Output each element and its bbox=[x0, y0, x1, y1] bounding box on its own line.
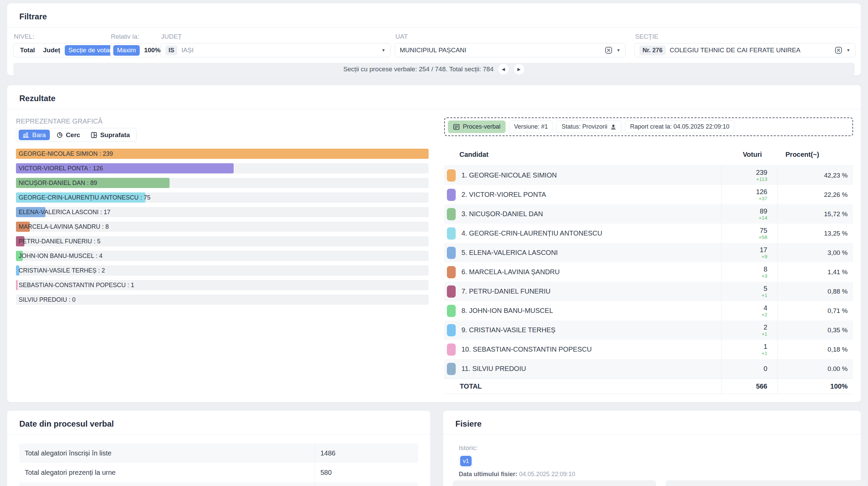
judet-filter: JUDEȚ IS IAȘI ▼ bbox=[160, 33, 395, 57]
percent-cell: 0,71 % bbox=[777, 301, 853, 320]
chart-bar-label: CRISTIAN-VASILE TERHEȘ : 2 bbox=[19, 265, 105, 276]
pv-table: Total alegatori înscriși în liste 1486 T… bbox=[19, 444, 418, 486]
uat-clear-button[interactable] bbox=[605, 46, 612, 54]
tab-bara[interactable]: Bara bbox=[19, 130, 50, 140]
pv-row-label: Prezenta bbox=[19, 482, 315, 486]
percent-cell: 1,41 % bbox=[777, 262, 853, 282]
pv-row: Total alegatori înscriși în liste 1486 bbox=[19, 444, 418, 463]
chart-bar-label: GEORGE-CRIN-LAURENȚIU ANTONESCU : 75 bbox=[19, 192, 151, 203]
pv-data-card: Date din procesul verbal Total alegatori… bbox=[7, 411, 430, 486]
votes-cell: 0 bbox=[721, 359, 777, 378]
versiune-chip[interactable]: Versiune: #1 bbox=[509, 120, 553, 133]
candidate-color-chip bbox=[447, 247, 456, 259]
relativ-option-maxim[interactable]: Maxim bbox=[113, 45, 140, 56]
chart-bar-label: JOHN-ION BANU-MUSCEL : 4 bbox=[19, 251, 102, 261]
votes-delta: +2 bbox=[762, 312, 767, 317]
candidate-cell: 8. JOHN-ION BANU-MUSCEL bbox=[444, 301, 721, 320]
pv-card-title: Date din procesul verbal bbox=[7, 411, 430, 434]
chart-bar bbox=[16, 280, 18, 290]
version-v1-button[interactable]: v1 bbox=[460, 456, 472, 466]
tab-suprafata[interactable]: Suprafata bbox=[87, 130, 134, 140]
votes-delta: +3 bbox=[762, 273, 767, 279]
votes-value: 5 bbox=[764, 285, 767, 293]
uat-select[interactable]: MUNICIPIUL PAȘCANI ▼ bbox=[395, 43, 626, 57]
candidate-row: 4. GEORGE-CRIN-LAURENȚIU ANTONESCU75+581… bbox=[444, 224, 853, 243]
votes-value: 4 bbox=[764, 304, 767, 312]
chevron-down-icon[interactable]: ▼ bbox=[846, 48, 850, 53]
status-label: Status: Provizorii bbox=[561, 123, 607, 130]
file-card: PDF pv_sv_is_276_prsd_photo_t_20250504_2… bbox=[666, 480, 867, 486]
percent-cell: 13,25 % bbox=[777, 224, 853, 243]
votes-value: 8 bbox=[764, 265, 767, 273]
candidate-row: 9. CRISTIAN-VASILE TERHEȘ2+10,35 % bbox=[444, 320, 853, 340]
judet-value: IAȘI bbox=[181, 46, 194, 54]
prev-section-button[interactable]: ◀ bbox=[498, 63, 509, 75]
votes-delta: +14 bbox=[759, 215, 767, 221]
percent-cell: 0,18 % bbox=[777, 340, 853, 359]
results-table-body: 1. GEORGE-NICOLAE SIMION239+11342,23 %2.… bbox=[444, 166, 853, 378]
nivel-option-judet[interactable]: Județ bbox=[39, 45, 64, 56]
tab-cerc[interactable]: Cerc bbox=[53, 130, 84, 140]
percent-cell: 42,23 % bbox=[777, 166, 853, 185]
chart-bar-track: SEBASTIAN-CONSTANTIN POPESCU : 1 bbox=[16, 280, 429, 290]
history-label: Istoric: bbox=[459, 444, 856, 452]
votes-cell: 239+113 bbox=[721, 166, 777, 185]
nivel-option-total[interactable]: Total bbox=[16, 45, 39, 56]
chart-bar-track: GEORGE-CRIN-LAURENȚIU ANTONESCU : 75 bbox=[16, 192, 429, 203]
last-file-label: Data ultimului fisier: bbox=[459, 471, 517, 478]
files-card-title: Fisiere bbox=[443, 411, 861, 434]
results-table-header: Candidat Voturi Procent(~) bbox=[444, 144, 853, 166]
pv-row-label: Total alegatori prezenți la urne bbox=[19, 463, 315, 482]
candidate-name: 7. PETRU-DANIEL FUNERIU bbox=[461, 287, 551, 295]
sectie-label: SECȚIE bbox=[635, 33, 855, 40]
candidate-row: 5. ELENA-VALERICA LASCONI17+93,00 % bbox=[444, 243, 853, 262]
pv-row-value: 580 bbox=[315, 463, 418, 482]
chevron-down-icon[interactable]: ▼ bbox=[381, 48, 386, 53]
chart-bar-track: ELENA-VALERICA LASCONI : 17 bbox=[16, 207, 429, 217]
chart-bar-label: ELENA-VALERICA LASCONI : 17 bbox=[19, 207, 111, 217]
candidate-name: 10. SEBASTIAN-CONSTANTIN POPESCU bbox=[461, 345, 592, 353]
candidate-color-chip bbox=[447, 324, 456, 336]
votes-value: 0 bbox=[764, 365, 767, 373]
candidate-color-chip bbox=[447, 169, 456, 182]
tab-bara-label: Bara bbox=[32, 131, 46, 139]
chart-type-tabs: Bara Cerc Suprafata bbox=[16, 128, 137, 142]
pie-chart-icon bbox=[57, 132, 63, 138]
clear-icon bbox=[605, 46, 612, 54]
candidate-name: 5. ELENA-VALERICA LASCONI bbox=[461, 249, 558, 257]
sectie-select[interactable]: Nr. 276 COLEGIU TEHNIC DE CAI FERATE UNI… bbox=[634, 43, 855, 57]
files-card: Fisiere Istoric: v1 Data ultimului fisie… bbox=[443, 411, 861, 486]
stamp-icon bbox=[610, 124, 616, 130]
pv-row-value: 39.02 % bbox=[315, 482, 418, 486]
percent-cell: 3,00 % bbox=[777, 243, 853, 262]
votes-value: 17 bbox=[760, 246, 767, 254]
chart-bar-row: VICTOR-VIOREL PONTA : 126 bbox=[16, 163, 429, 173]
votes-value: 75 bbox=[760, 227, 767, 235]
header-candidat: Candidat bbox=[444, 151, 721, 158]
header-procent: Procent(~) bbox=[777, 151, 853, 158]
treemap-icon bbox=[91, 132, 97, 138]
uat-value: MUNICIPIUL PAȘCANI bbox=[400, 46, 466, 54]
document-icon bbox=[453, 124, 460, 130]
sectie-clear-button[interactable] bbox=[835, 46, 842, 54]
candidate-cell: 9. CRISTIAN-VASILE TERHEȘ bbox=[444, 320, 721, 340]
votes-cell: 2+1 bbox=[721, 320, 777, 340]
pv-row-value: 1486 bbox=[315, 444, 418, 463]
chart-bar-label: MARCELA-LAVINIA ȘANDRU : 8 bbox=[19, 222, 109, 232]
chart-bar-track: GEORGE-NICOLAE SIMION : 239 bbox=[16, 149, 429, 159]
chevron-right-icon: ▶ bbox=[517, 67, 520, 72]
filter-card-title: Filtrare bbox=[7, 3, 861, 27]
chart-bar-row: NICUȘOR-DANIEL DAN : 89 bbox=[16, 178, 429, 188]
chevron-left-icon: ◀ bbox=[502, 67, 505, 72]
votes-delta: +9 bbox=[762, 254, 767, 259]
status-chip[interactable]: Status: Provizorii bbox=[556, 120, 622, 133]
report-toolbar: Proces-verbal Versiune: #1 Status: Provi… bbox=[444, 117, 853, 136]
candidate-row: 3. NICUȘOR-DANIEL DAN89+1415,72 % bbox=[444, 204, 853, 224]
chevron-down-icon[interactable]: ▼ bbox=[616, 48, 620, 53]
relativ-button-group: Maxim 100% bbox=[110, 43, 157, 57]
proces-verbal-chip[interactable]: Proces-verbal bbox=[448, 120, 506, 133]
judet-select[interactable]: IS IAȘI ▼ bbox=[160, 43, 391, 57]
candidate-name: 8. JOHN-ION BANU-MUSCEL bbox=[461, 307, 553, 315]
next-section-button[interactable]: ▶ bbox=[513, 63, 525, 75]
candidate-cell: 6. MARCELA-LAVINIA ȘANDRU bbox=[444, 262, 721, 282]
